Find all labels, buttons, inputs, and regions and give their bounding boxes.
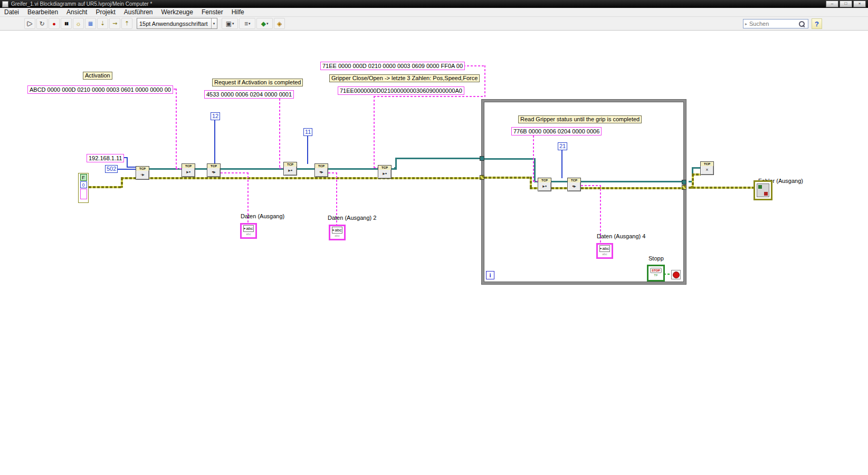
menu-datei[interactable]: Datei bbox=[0, 8, 23, 16]
loop-tunnel-tcp[interactable] bbox=[480, 156, 484, 161]
abort-button[interactable]: ● bbox=[49, 18, 60, 29]
menu-hilfe[interactable]: Hilfe bbox=[227, 8, 249, 16]
step-over-button[interactable]: ⇝ bbox=[109, 18, 120, 29]
string-wire[interactable] bbox=[127, 167, 136, 168]
string-wire[interactable] bbox=[279, 99, 280, 169]
loop-tunnel-error[interactable] bbox=[682, 185, 686, 190]
align-objects-button[interactable]: ▣▾ bbox=[222, 18, 238, 29]
tcp-connection-wire[interactable] bbox=[534, 158, 536, 182]
string-wire[interactable] bbox=[374, 96, 485, 97]
label-request-completed[interactable]: Request if Activation is completed bbox=[212, 79, 303, 86]
label-read-gripper-status[interactable]: Read Gripper status until the grip is co… bbox=[518, 115, 642, 123]
tcp-write-node[interactable]: TCP ▸▪ bbox=[283, 162, 297, 176]
error-wire[interactable] bbox=[121, 177, 480, 179]
stopp-label[interactable]: Stopp bbox=[648, 255, 664, 261]
tcp-connection-wire[interactable] bbox=[328, 168, 378, 170]
string-wire[interactable] bbox=[221, 172, 249, 173]
tcp-connection-wire[interactable] bbox=[195, 168, 207, 170]
loop-tunnel-tcp[interactable] bbox=[682, 180, 686, 185]
daten-ausgang-2-label[interactable]: Daten (Ausgang) 2 bbox=[328, 215, 376, 221]
error-in-cluster-constant[interactable]: F 0 bbox=[78, 173, 89, 203]
run-continuous-button[interactable]: ↻ bbox=[36, 18, 47, 29]
numeric-wire[interactable] bbox=[307, 136, 308, 164]
close-button[interactable]: × bbox=[853, 1, 866, 7]
string-wire[interactable] bbox=[484, 65, 485, 97]
tcp-connection-wire[interactable] bbox=[395, 158, 480, 159]
string-constant-ip-address[interactable]: 192.168.1.11 bbox=[87, 154, 124, 162]
tcp-close-connection-node[interactable]: TCP × bbox=[700, 161, 714, 175]
numeric-wire[interactable] bbox=[561, 150, 562, 178]
loop-tunnel-error[interactable] bbox=[480, 175, 484, 180]
search-input[interactable] bbox=[748, 20, 798, 27]
label-gripper-close-open[interactable]: Gripper Close/Open -> letzte 3 Zahlen: P… bbox=[329, 74, 480, 82]
highlight-execution-button[interactable]: ☼ bbox=[73, 18, 84, 29]
retain-wire-values-button[interactable]: ▦ bbox=[85, 18, 96, 29]
error-wire[interactable] bbox=[692, 173, 701, 176]
string-constant-activation-command[interactable]: ABCD 0000 000D 0210 0000 0003 0601 0000 … bbox=[27, 85, 173, 94]
tcp-write-node[interactable]: TCP ▸▪ bbox=[182, 163, 195, 177]
numeric-constant-bytes-1[interactable]: 12 bbox=[211, 112, 220, 120]
numeric-wire[interactable] bbox=[116, 169, 136, 170]
menu-werkzeuge[interactable]: Werkzeuge bbox=[157, 8, 197, 16]
string-wire[interactable] bbox=[581, 185, 601, 186]
daten-ausgang-1-indicator[interactable]: ▸abc abc bbox=[240, 223, 257, 239]
help-button[interactable]: ? bbox=[812, 18, 822, 29]
tcp-read-node[interactable]: TCP ▪▸ bbox=[207, 163, 221, 177]
tcp-connection-wire[interactable] bbox=[581, 181, 684, 182]
tcp-write-node[interactable]: TCP ▸▪ bbox=[538, 178, 551, 191]
tcp-connection-wire[interactable] bbox=[551, 181, 567, 182]
tcp-connection-wire[interactable] bbox=[221, 168, 283, 170]
reorder-button[interactable]: ◆▾ bbox=[256, 18, 273, 29]
menu-fenster[interactable]: Fenster bbox=[197, 8, 227, 16]
string-wire[interactable] bbox=[176, 89, 177, 169]
error-wire[interactable] bbox=[689, 187, 753, 189]
error-source-constant[interactable] bbox=[80, 189, 87, 199]
numeric-constant-bytes-3[interactable]: 21 bbox=[558, 142, 567, 150]
daten-ausgang-4-label[interactable]: Daten (Ausgang) 4 bbox=[597, 233, 645, 239]
titlebar[interactable]: Greifer_1.vi Blockdiagramm auf UR5.lvpro… bbox=[0, 0, 868, 8]
numeric-constant-port[interactable]: 502 bbox=[105, 165, 118, 173]
error-wire[interactable] bbox=[89, 186, 122, 188]
menu-projekt[interactable]: Projekt bbox=[91, 8, 119, 16]
tcp-write-node[interactable]: TCP ▸▪ bbox=[378, 165, 392, 179]
menu-ansicht[interactable]: Ansicht bbox=[62, 8, 91, 16]
fehler-ausgang-indicator[interactable] bbox=[753, 180, 772, 200]
menu-ausfuehren[interactable]: Ausführen bbox=[120, 8, 157, 16]
numeric-wire[interactable] bbox=[214, 120, 215, 164]
distribute-objects-button[interactable]: ≡▾ bbox=[239, 18, 255, 29]
error-wire[interactable] bbox=[484, 177, 531, 179]
font-selector[interactable]: 15pt Anwendungsschriftart ▾ bbox=[137, 18, 217, 29]
loop-condition-terminal[interactable] bbox=[671, 270, 681, 279]
tcp-read-node[interactable]: TCP ▪▸ bbox=[567, 178, 581, 191]
error-code-constant[interactable]: 0 bbox=[80, 181, 87, 188]
step-into-button[interactable]: ⇣ bbox=[97, 18, 108, 29]
tcp-open-connection-node[interactable]: TCP ◦▸ bbox=[136, 166, 149, 180]
clean-up-diagram-button[interactable]: ◈ bbox=[274, 18, 285, 29]
loop-iteration-terminal[interactable]: i bbox=[486, 271, 494, 279]
string-wire[interactable] bbox=[533, 135, 534, 182]
run-button[interactable]: ▶ bbox=[24, 18, 35, 29]
daten-ausgang-4-indicator[interactable]: ▸abc abc bbox=[596, 243, 613, 259]
tcp-connection-wire[interactable] bbox=[484, 158, 535, 160]
string-constant-request-command[interactable]: 4533 0000 0006 0204 0000 0001 bbox=[204, 90, 294, 99]
error-wire[interactable] bbox=[551, 187, 567, 189]
menu-bearbeiten[interactable]: Bearbeiten bbox=[23, 8, 62, 16]
step-out-button[interactable]: ⇡ bbox=[121, 18, 132, 29]
string-constant-status-command[interactable]: 776B 0000 0006 0204 0000 0006 bbox=[511, 127, 602, 135]
string-constant-gripper-command-hex[interactable]: 71EE 0000 000D 0210 0000 0003 0609 0000 … bbox=[320, 62, 465, 70]
string-wire[interactable] bbox=[127, 157, 128, 168]
string-wire[interactable] bbox=[374, 96, 375, 168]
tcp-connection-wire[interactable] bbox=[297, 168, 314, 170]
tcp-connection-wire[interactable] bbox=[692, 167, 700, 169]
string-constant-gripper-command-compact[interactable]: 71EE0000000D02100000000306090000000A0 bbox=[338, 86, 464, 95]
error-wire[interactable] bbox=[581, 187, 684, 189]
minimize-button[interactable]: – bbox=[826, 1, 838, 7]
daten-ausgang-1-label[interactable]: Daten (Ausgang) bbox=[241, 213, 284, 219]
boolean-false-constant[interactable]: F bbox=[80, 174, 87, 181]
pause-button[interactable]: ▮▮ bbox=[61, 18, 72, 29]
stopp-button[interactable]: STOP TF bbox=[647, 265, 665, 282]
numeric-constant-bytes-2[interactable]: 11 bbox=[303, 128, 312, 136]
maximize-button[interactable]: □ bbox=[840, 1, 852, 7]
daten-ausgang-2-indicator[interactable]: ▸abc abc bbox=[329, 225, 346, 240]
tcp-read-node[interactable]: TCP ▪▸ bbox=[314, 163, 328, 177]
